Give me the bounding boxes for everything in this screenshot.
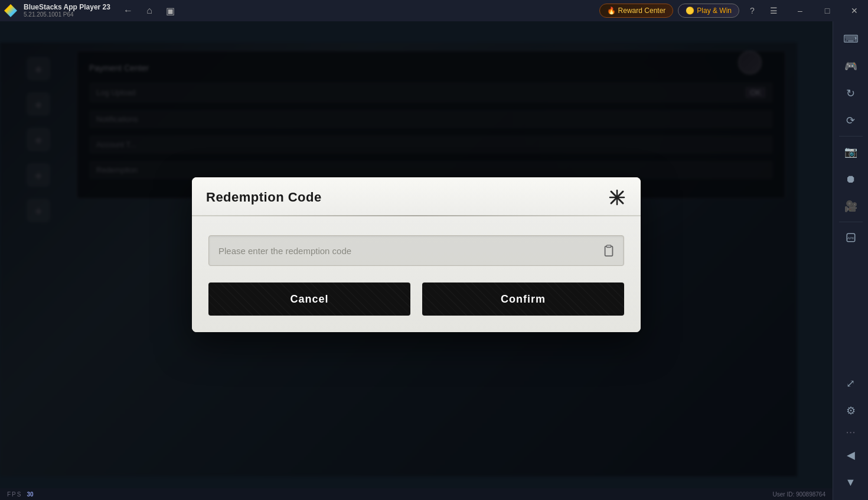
code-input-wrapper	[208, 235, 624, 266]
apk-svg-icon: APK	[846, 232, 856, 243]
fps-label: FPS	[7, 491, 22, 498]
redemption-code-input[interactable]	[208, 235, 624, 266]
nav-controls: ← ⌂ ▣	[120, 2, 179, 19]
dialog-header: Redemption Code	[192, 177, 641, 216]
menu-button[interactable]: ☰	[765, 2, 782, 19]
clipboard-icon	[602, 244, 615, 257]
dialog-body: Cancel Confirm	[192, 216, 641, 332]
sidebar-resize-icon[interactable]: ⤢	[838, 371, 864, 397]
close-icon	[608, 189, 626, 206]
right-sidebar: ⌨ 🎮 ↻ ⟳ 📷 ⏺ 🎥 APK ⤢ ⚙ ··· ◀ ▼	[833, 21, 868, 500]
titlebar: BlueStacks App Player 23 5.21.205.1001 P…	[0, 0, 868, 21]
app-info: BlueStacks App Player 23 5.21.205.1001 P…	[24, 3, 110, 18]
redemption-dialog: Redemption Code	[192, 177, 641, 332]
confirm-button[interactable]: Confirm	[422, 283, 624, 316]
titlebar-actions: 🔥 Reward Center 🟡 Play & Win ? ☰	[599, 2, 782, 19]
sidebar-gamepad-icon[interactable]: 🎮	[838, 53, 864, 79]
statusbar: FPS 30 User ID: 900898764	[0, 488, 833, 500]
minimize-button[interactable]: –	[787, 0, 814, 21]
sidebar-bottom-icon[interactable]: ▼	[838, 469, 864, 495]
sidebar-divider-2	[839, 222, 863, 222]
sidebar-keyboard-icon[interactable]: ⌨	[838, 26, 864, 52]
user-id-label: User ID: 900898764	[772, 491, 825, 498]
app-name: BlueStacks App Player 23	[24, 3, 110, 11]
fps-value: 30	[27, 491, 33, 498]
sidebar-settings-icon[interactable]: ⚙	[838, 398, 864, 424]
maximize-button[interactable]: □	[814, 0, 841, 21]
sidebar-more-icon[interactable]: ···	[846, 425, 856, 439]
fire-icon: 🔥	[607, 7, 616, 15]
help-button[interactable]: ?	[744, 2, 761, 19]
svg-text:APK: APK	[847, 236, 854, 240]
sidebar-screenshot-icon[interactable]: 📷	[838, 139, 864, 165]
sidebar-record-icon[interactable]: ⏺	[838, 166, 864, 192]
paste-button[interactable]	[601, 242, 617, 259]
coin-icon: 🟡	[686, 7, 694, 15]
app-version: 5.21.205.1001 P64	[24, 11, 110, 18]
back-button[interactable]: ←	[120, 2, 136, 19]
sidebar-rotate-icon[interactable]: ⟳	[838, 108, 864, 134]
sidebar-refresh-icon[interactable]: ↻	[838, 80, 864, 106]
sidebar-apk-icon[interactable]: APK	[838, 225, 864, 251]
reward-center-label: Reward Center	[618, 7, 666, 15]
dialog-close-button[interactable]	[608, 188, 626, 207]
window-controls: – □ ✕	[787, 0, 868, 21]
sidebar-camera-icon[interactable]: 🎥	[838, 193, 864, 219]
cancel-button[interactable]: Cancel	[208, 283, 410, 316]
dialog-title: Redemption Code	[206, 190, 322, 205]
svg-rect-6	[606, 245, 611, 248]
sidebar-collapse-icon[interactable]: ◀	[838, 442, 864, 468]
modal-overlay: Redemption Code	[0, 21, 833, 488]
sidebar-divider-1	[839, 136, 863, 137]
play-win-button[interactable]: 🟡 Play & Win	[678, 4, 739, 18]
home-button[interactable]: ⌂	[141, 2, 158, 19]
app-logo	[0, 0, 21, 21]
logo-icon	[4, 4, 17, 17]
dialog-actions: Cancel Confirm	[208, 283, 624, 316]
recent-button[interactable]: ▣	[162, 2, 179, 19]
close-button[interactable]: ✕	[841, 0, 868, 21]
reward-center-button[interactable]: 🔥 Reward Center	[599, 4, 674, 18]
play-win-label: Play & Win	[697, 7, 732, 15]
